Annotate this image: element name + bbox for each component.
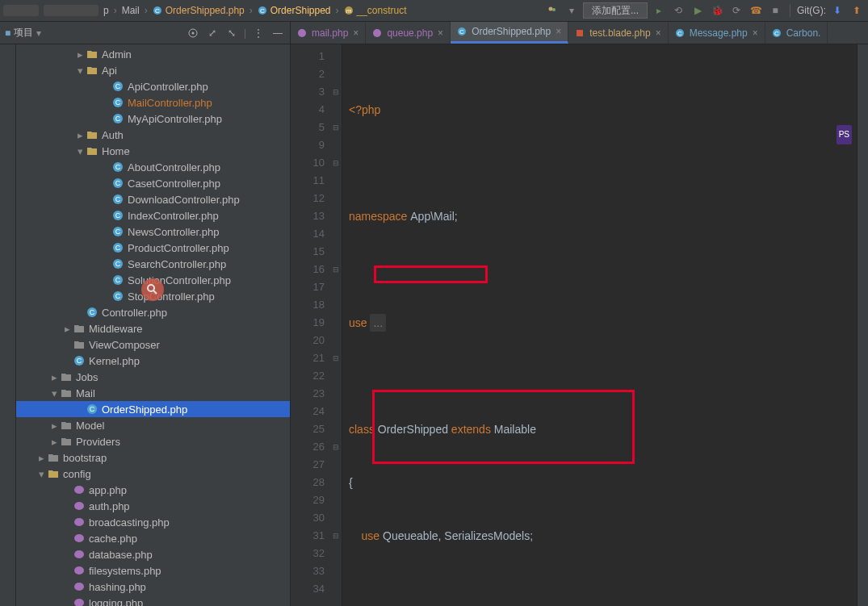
chevron-down-icon[interactable]: ▾ bbox=[36, 468, 47, 480]
tree-item[interactable]: ▾Home bbox=[16, 143, 290, 159]
line-number[interactable]: 29 bbox=[291, 491, 325, 509]
tree-item[interactable]: ▾Mail bbox=[16, 385, 290, 401]
vcs-commit-icon[interactable]: ⬆ bbox=[849, 2, 865, 19]
line-number[interactable]: 33 bbox=[291, 562, 325, 580]
tree-item[interactable]: logging.php bbox=[16, 595, 290, 606]
chevron-down-icon[interactable]: ▾ bbox=[564, 2, 580, 19]
tree-item[interactable]: ▾Api bbox=[16, 62, 290, 78]
fold-marker[interactable]: ⊟ bbox=[329, 83, 342, 101]
back-icon[interactable]: ⟲ bbox=[670, 2, 686, 19]
tree-item[interactable]: ▸Middleware bbox=[16, 320, 290, 336]
tree-item[interactable]: ▸bootstrap bbox=[16, 449, 290, 466]
breadcrumb-item[interactable]: Mail bbox=[119, 5, 143, 16]
fold-marker[interactable] bbox=[329, 598, 342, 606]
tree-item[interactable]: cache.php bbox=[16, 530, 290, 546]
tree-item[interactable]: app.php bbox=[16, 482, 290, 498]
expand-icon[interactable]: ⤢ bbox=[205, 26, 220, 40]
tree-item[interactable]: hashing.php bbox=[16, 579, 290, 595]
line-number[interactable]: 2 bbox=[291, 65, 325, 83]
line-number[interactable]: 17 bbox=[291, 278, 325, 296]
tab-queue[interactable]: queue.php× bbox=[366, 22, 451, 44]
fold-marker[interactable] bbox=[329, 243, 342, 261]
fold-marker[interactable] bbox=[329, 545, 342, 562]
line-number[interactable]: 19 bbox=[291, 314, 325, 332]
line-number[interactable]: 23 bbox=[291, 385, 325, 403]
tree-item[interactable]: filesystems.php bbox=[16, 562, 290, 579]
tab-message[interactable]: C Message.php× bbox=[669, 22, 765, 44]
tree-item[interactable]: ▸Jobs bbox=[16, 369, 290, 385]
fold-marker[interactable] bbox=[329, 207, 342, 225]
line-number[interactable]: 25 bbox=[291, 420, 325, 438]
chevron-down-icon[interactable]: ▾ bbox=[48, 387, 60, 399]
fold-marker[interactable] bbox=[329, 491, 342, 509]
fold-marker[interactable]: ⊟ bbox=[329, 527, 342, 545]
gutter[interactable]: 1234591011121314151617181920212223242526… bbox=[291, 44, 329, 606]
breadcrumb-item[interactable]: C OrderShipped bbox=[254, 5, 334, 16]
chevron-right-icon[interactable]: ▸ bbox=[36, 452, 47, 464]
fold-marker[interactable] bbox=[329, 367, 342, 385]
fold-marker[interactable] bbox=[329, 225, 342, 243]
tree-item[interactable]: CAboutController.php bbox=[16, 159, 290, 175]
tree-item[interactable]: ▸Providers bbox=[16, 433, 290, 449]
tree-item[interactable]: CMyApiController.php bbox=[16, 111, 290, 127]
line-number[interactable]: 22 bbox=[291, 367, 325, 385]
close-icon[interactable]: × bbox=[753, 27, 758, 39]
code-area[interactable]: PS <?php namespace App\Mail; use ... cla… bbox=[342, 44, 857, 606]
line-number[interactable] bbox=[291, 598, 325, 606]
fold-marker[interactable] bbox=[329, 314, 342, 332]
tree-item[interactable]: broadcasting.php bbox=[16, 514, 290, 530]
line-number[interactable]: 30 bbox=[291, 509, 325, 527]
tab-test-blade[interactable]: test.blade.php× bbox=[568, 22, 668, 44]
line-number[interactable]: 18 bbox=[291, 296, 325, 314]
line-number[interactable]: 32 bbox=[291, 545, 325, 562]
tab-ordershipped[interactable]: C OrderShipped.php× bbox=[451, 22, 568, 44]
fold-marker[interactable] bbox=[329, 403, 342, 420]
fold-marker[interactable]: ⊟ bbox=[329, 438, 342, 456]
fold-marker[interactable] bbox=[329, 190, 342, 207]
fold-marker[interactable] bbox=[329, 136, 342, 154]
editor[interactable]: 1234591011121314151617181920212223242526… bbox=[291, 44, 868, 606]
line-number[interactable]: 27 bbox=[291, 456, 325, 474]
vcs-update-icon[interactable]: ⬇ bbox=[829, 2, 845, 19]
line-number[interactable]: 13 bbox=[291, 207, 325, 225]
fold-marker[interactable] bbox=[329, 332, 342, 349]
fold-marker[interactable] bbox=[329, 65, 342, 83]
fold-marker[interactable] bbox=[329, 420, 342, 438]
tree-item[interactable]: ▾config bbox=[16, 466, 290, 482]
close-icon[interactable]: × bbox=[556, 26, 561, 37]
line-number[interactable]: 3 bbox=[291, 83, 325, 101]
run-config-select[interactable]: 添加配置... bbox=[583, 2, 648, 19]
chevron-down-icon[interactable]: ▾ bbox=[74, 65, 86, 77]
project-tree[interactable]: ▸Admin▾ApiCApiController.phpCMailControl… bbox=[16, 44, 291, 606]
right-rail[interactable] bbox=[857, 44, 868, 606]
fold-marker[interactable] bbox=[329, 456, 342, 474]
tree-item[interactable]: CCasetController.php bbox=[16, 175, 290, 191]
tree-item[interactable]: auth.php bbox=[16, 498, 290, 514]
play-icon[interactable]: ▶ bbox=[690, 2, 706, 19]
line-number[interactable]: 26 bbox=[291, 438, 325, 456]
tree-item[interactable]: database.php bbox=[16, 546, 290, 562]
fold-marker[interactable]: ⊟ bbox=[329, 154, 342, 172]
close-icon[interactable]: × bbox=[438, 27, 443, 39]
line-number[interactable]: 9 bbox=[291, 136, 325, 154]
line-number[interactable]: 14 bbox=[291, 225, 325, 243]
breadcrumb-item[interactable]: p bbox=[100, 5, 112, 16]
fold-marker[interactable]: ⊟ bbox=[329, 349, 342, 367]
tree-item[interactable]: CApiController.php bbox=[16, 78, 290, 94]
fold-marker[interactable] bbox=[329, 474, 342, 491]
line-number[interactable]: 16 bbox=[291, 261, 325, 278]
line-number[interactable]: 15 bbox=[291, 243, 325, 261]
fold-marker[interactable]: ⊟ bbox=[329, 261, 342, 278]
fold-marker[interactable] bbox=[329, 509, 342, 527]
tree-item[interactable]: CProductController.php bbox=[16, 240, 290, 256]
fold-marker[interactable] bbox=[329, 48, 342, 65]
project-pane-header[interactable]: ■ 项目 ▾ ⤢ ⤡ | ⋮ — bbox=[0, 22, 291, 44]
target-icon[interactable] bbox=[186, 26, 200, 40]
tab-mail[interactable]: mail.php× bbox=[291, 22, 366, 44]
line-number[interactable]: 28 bbox=[291, 474, 325, 491]
fold-marker[interactable] bbox=[329, 385, 342, 403]
collapse-icon[interactable]: ⤡ bbox=[224, 26, 239, 40]
line-number[interactable]: 21 bbox=[291, 349, 325, 367]
chevron-right-icon[interactable]: ▸ bbox=[61, 323, 73, 335]
more-icon[interactable]: ⋮ bbox=[251, 26, 266, 40]
